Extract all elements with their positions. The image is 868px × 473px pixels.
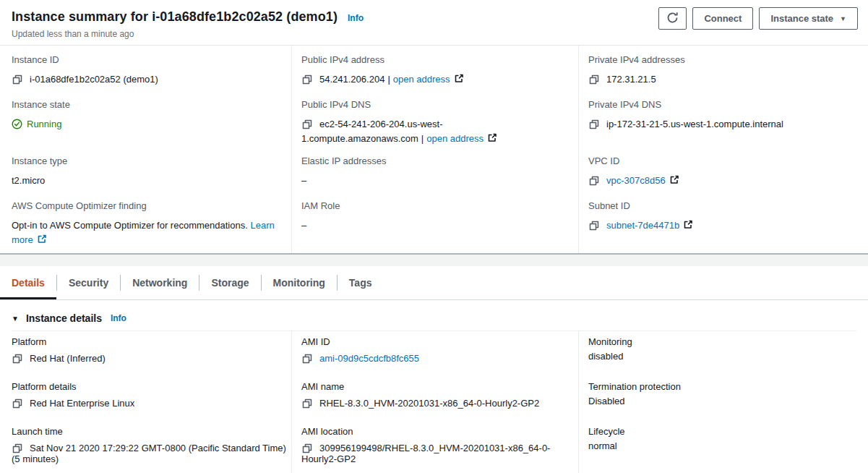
- external-link-icon[interactable]: [684, 220, 693, 229]
- field-elastic-ip: Elastic IP addresses –: [301, 155, 567, 200]
- open-address-link[interactable]: open address: [426, 133, 484, 144]
- field-termination-protection: Termination protection Disabled: [588, 381, 856, 426]
- instance-id-value: i-01a68dfe1b2c02a52 (demo1): [30, 74, 158, 85]
- copy-icon[interactable]: [12, 74, 22, 85]
- copy-icon[interactable]: [302, 74, 312, 85]
- copy-icon[interactable]: [302, 119, 312, 129]
- copy-icon[interactable]: [12, 399, 22, 409]
- field-instance-id: Instance ID i-01a68dfe1b2c02a52 (demo1): [12, 54, 280, 99]
- field-label: Lifecycle: [588, 426, 856, 437]
- launch-time-value: Sat Nov 21 2020 17:29:22 GMT-0800 (Pacif…: [12, 443, 286, 464]
- field-instance-type: Instance type t2.micro: [12, 155, 280, 200]
- section-title: Instance details: [26, 312, 102, 324]
- section-divider-band: [0, 253, 868, 266]
- field-label: Platform details: [12, 381, 291, 392]
- copy-icon[interactable]: [589, 74, 599, 85]
- tab-tags[interactable]: Tags: [338, 266, 384, 299]
- external-link-icon[interactable]: [488, 133, 497, 142]
- copy-icon[interactable]: [302, 399, 312, 409]
- field-vpc-id: VPC ID vpc-307c8d56: [588, 155, 856, 200]
- refresh-button[interactable]: [658, 7, 687, 30]
- platform-value: Red Hat (Inferred): [30, 353, 106, 364]
- copy-icon[interactable]: [12, 443, 22, 453]
- refresh-icon: [666, 12, 679, 26]
- field-compute-optimizer: AWS Compute Optimizer finding Opt-in to …: [12, 200, 280, 247]
- external-link-icon[interactable]: [455, 74, 464, 83]
- field-label: AWS Compute Optimizer finding: [12, 200, 280, 211]
- field-subnet-id: Subnet ID subnet-7de4471b: [588, 200, 856, 233]
- ami-name-value: RHEL-8.3.0_HVM-20201031-x86_64-0-Hourly2…: [319, 398, 539, 409]
- termination-protection-value: Disabled: [588, 396, 625, 406]
- copy-icon[interactable]: [589, 119, 599, 129]
- connect-button[interactable]: Connect: [692, 7, 753, 30]
- field-ami-name: AMI name RHEL-8.3.0_HVM-20201031-x86_64-…: [301, 381, 578, 426]
- private-ipv4-value: 172.31.21.5: [606, 74, 656, 85]
- compute-optimizer-value: Opt-in to AWS Compute Optimizer for reco…: [12, 220, 248, 231]
- open-address-link[interactable]: open address: [393, 74, 450, 85]
- tab-security[interactable]: Security: [57, 266, 120, 299]
- page-header: Instance summary for i-01a68dfe1b2c02a52…: [0, 0, 868, 46]
- tab-networking[interactable]: Networking: [121, 266, 199, 299]
- instance-details-grid: Platform Red Hat (Inferred) Platform det…: [12, 331, 856, 473]
- field-iam-role: IAM Role –: [301, 200, 567, 233]
- field-label: Public IPv4 address: [301, 54, 567, 65]
- pipe-separator: |: [384, 74, 392, 85]
- page-title: Instance summary for i-01a68dfe1b2c02a52…: [12, 9, 338, 25]
- copy-icon[interactable]: [302, 443, 312, 453]
- field-label: VPC ID: [588, 155, 856, 166]
- tab-details[interactable]: Details: [0, 266, 56, 299]
- ami-id-link[interactable]: ami-09d9c5cdcfb8fc655: [319, 353, 419, 364]
- field-label: AMI name: [301, 381, 578, 392]
- copy-icon[interactable]: [589, 176, 599, 186]
- external-link-icon[interactable]: [670, 175, 679, 184]
- details-column-3: Monitoring disabled Termination protecti…: [578, 331, 856, 473]
- field-public-dns: Public IPv4 DNS ec2-54-241-206-204.us-we…: [301, 99, 567, 155]
- public-ipv4-value: 54.241.206.204: [319, 74, 384, 85]
- instance-state-button[interactable]: Instance state ▼: [759, 7, 858, 30]
- private-dns-value: ip-172-31-21-5.us-west-1.compute.interna…: [606, 119, 783, 129]
- header-info-link[interactable]: Info: [348, 13, 364, 23]
- tab-storage[interactable]: Storage: [199, 266, 260, 299]
- field-label: Subnet ID: [588, 200, 856, 211]
- copy-icon[interactable]: [302, 354, 312, 364]
- running-check-icon: [12, 119, 22, 129]
- field-instance-state: Instance state Running: [12, 99, 280, 155]
- field-platform: Platform Red Hat (Inferred): [12, 336, 291, 381]
- header-actions: Connect Instance state ▼: [658, 7, 858, 30]
- field-platform-details: Platform details Red Hat Enterprise Linu…: [12, 381, 291, 426]
- field-label: Elastic IP addresses: [301, 155, 567, 166]
- field-private-dns: Private IPv4 DNS ip-172-31-21-5.us-west-…: [588, 99, 856, 155]
- ami-location-value: 309956199498/RHEL-8.3.0_HVM-20201031-x86…: [301, 443, 550, 464]
- field-label: Private IPv4 addresses: [588, 54, 856, 65]
- subnet-id-link[interactable]: subnet-7de4471b: [606, 220, 679, 231]
- vpc-id-link[interactable]: vpc-307c8d56: [606, 175, 666, 186]
- instance-state-button-label: Instance state: [770, 13, 833, 24]
- summary-column-2: Public IPv4 address 54.241.206.204|open …: [291, 46, 578, 253]
- copy-icon[interactable]: [12, 354, 22, 364]
- field-label: Instance ID: [12, 54, 280, 65]
- field-private-ipv4: Private IPv4 addresses 172.31.21.5: [588, 54, 856, 99]
- copy-icon[interactable]: [589, 221, 599, 231]
- iam-role-value: –: [301, 220, 306, 231]
- section-info-link[interactable]: Info: [111, 313, 126, 323]
- field-label: Launch time: [12, 426, 291, 437]
- details-tab-panel: ▼ Instance details Info Platform Red Hat…: [0, 300, 868, 473]
- field-label: Private IPv4 DNS: [588, 99, 856, 110]
- field-ami-location: AMI location 309956199498/RHEL-8.3.0_HVM…: [301, 426, 578, 471]
- instance-summary-panel: Instance ID i-01a68dfe1b2c02a52 (demo1) …: [0, 46, 868, 253]
- field-label: AMI location: [301, 426, 578, 437]
- field-label: Instance state: [12, 99, 280, 110]
- field-lifecycle: Lifecycle normal: [588, 426, 856, 471]
- field-label: AMI ID: [301, 336, 578, 347]
- instance-details-section-header[interactable]: ▼ Instance details Info: [12, 312, 856, 324]
- field-label: IAM Role: [301, 200, 567, 211]
- tab-monitoring[interactable]: Monitoring: [262, 266, 337, 299]
- collapse-caret-icon: ▼: [12, 315, 19, 323]
- monitoring-value: disabled: [588, 351, 623, 362]
- external-link-icon[interactable]: [38, 234, 47, 244]
- field-launch-time: Launch time Sat Nov 21 2020 17:29:22 GMT…: [12, 426, 291, 471]
- tab-bar: Details Security Networking Storage Moni…: [0, 266, 868, 300]
- updated-text: Updated less than a minute ago: [12, 29, 856, 39]
- field-ami-id: AMI ID ami-09d9c5cdcfb8fc655: [301, 336, 578, 381]
- field-public-ipv4: Public IPv4 address 54.241.206.204|open …: [301, 54, 567, 99]
